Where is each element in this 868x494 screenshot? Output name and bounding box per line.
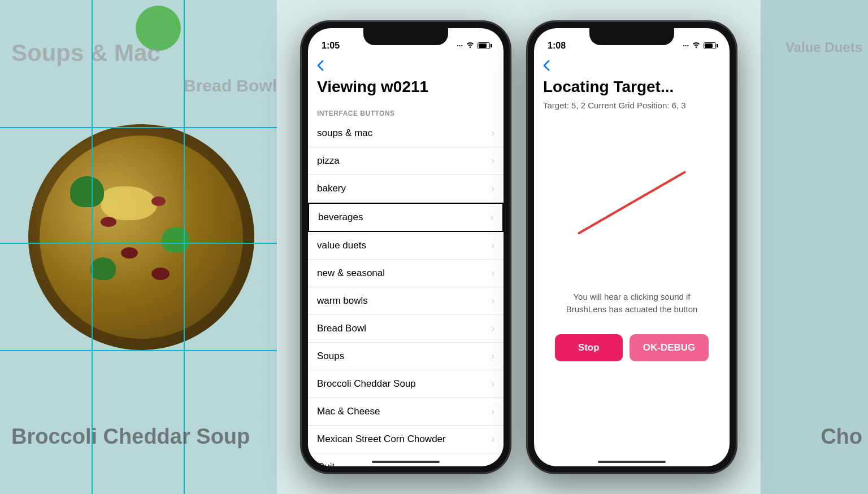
phone2-signal-dots: ··· bbox=[683, 41, 689, 50]
menu-item[interactable]: soups & mac › bbox=[308, 120, 504, 147]
menu-item-chevron: › bbox=[492, 241, 494, 251]
bg-bread-bowl-label: Bread Bowl bbox=[184, 76, 277, 95]
menu-item-text: Broccoli Cheddar Soup bbox=[317, 378, 416, 390]
bowl-inner bbox=[40, 135, 243, 339]
broccoli-2 bbox=[162, 227, 190, 252]
menu-item-chevron: › bbox=[492, 268, 494, 278]
menu-item[interactable]: Mexican Street Corn Chowder › bbox=[308, 426, 504, 453]
crosshair-h3 bbox=[0, 350, 277, 351]
menu-item-text: Mac & Cheese bbox=[317, 406, 380, 417]
phone1-status-icons: ··· bbox=[457, 41, 490, 50]
phone2-nav-bar bbox=[534, 55, 730, 78]
broccoli-1 bbox=[70, 176, 104, 207]
phone2-wrapper: 1:08 ··· bbox=[527, 21, 736, 473]
phone1-battery-icon bbox=[478, 42, 490, 49]
menu-item-chevron: › bbox=[492, 156, 494, 166]
menu-item[interactable]: warm bowls › bbox=[308, 287, 504, 315]
phone1-time: 1:05 bbox=[322, 41, 340, 51]
menu-item-chevron: › bbox=[492, 434, 494, 444]
menu-item-chevron: › bbox=[492, 296, 494, 306]
cheese-blob bbox=[101, 186, 157, 220]
phone1-signal-dots: ··· bbox=[457, 41, 463, 50]
phone2-time: 1:08 bbox=[548, 41, 566, 51]
phone2-battery-icon bbox=[704, 42, 716, 49]
menu-item-chevron: › bbox=[491, 212, 493, 222]
menu-item-chevron: › bbox=[492, 379, 494, 389]
background-left: Soups & Mac Bread Bowl Broccoli Cheddar … bbox=[0, 0, 277, 494]
phone2-back-button[interactable] bbox=[543, 60, 550, 71]
phone2-wifi-icon bbox=[692, 41, 701, 50]
phone1-content: Viewing w0211 INTERFACE BUTTONS soups & … bbox=[308, 78, 504, 466]
phone2-status-icons: ··· bbox=[683, 41, 716, 50]
phone1-notch bbox=[363, 28, 448, 45]
menu-item-text: Mexican Street Corn Chowder bbox=[317, 434, 446, 445]
menu-item-chevron: › bbox=[492, 323, 494, 334]
bg-broccoli-label: Broccoli Cheddar Soup bbox=[11, 425, 250, 449]
bg-cho-label: Cho bbox=[821, 425, 862, 449]
phone2-message: You will hear a clicking sound if BrushL… bbox=[534, 282, 730, 325]
menu-item-text: bakery bbox=[317, 183, 346, 194]
bean-4 bbox=[151, 196, 166, 206]
menu-item-chevron: › bbox=[492, 462, 494, 466]
menu-item-text: soups & mac bbox=[317, 128, 372, 139]
menu-item-chevron: › bbox=[492, 183, 494, 194]
menu-item-text: new & seasonal bbox=[317, 268, 385, 279]
ok-debug-button[interactable]: OK-DEBUG bbox=[630, 334, 709, 361]
menu-item[interactable]: Bread Bowl › bbox=[308, 315, 504, 343]
bg-value-duets-label: Value Duets bbox=[785, 40, 862, 55]
bean-3 bbox=[151, 268, 170, 280]
menu-item-text: beverages bbox=[318, 212, 363, 223]
crosshair-h1 bbox=[0, 127, 277, 128]
phone2-title: Locating Target... bbox=[534, 78, 730, 100]
stop-button[interactable]: Stop bbox=[555, 334, 623, 361]
menu-item[interactable]: beverages › bbox=[308, 203, 504, 232]
broccoli-3 bbox=[90, 257, 116, 280]
phone1-back-button[interactable] bbox=[317, 60, 324, 71]
phone1-frame: 1:05 ··· bbox=[301, 21, 510, 473]
phone2-notch bbox=[589, 28, 674, 45]
menu-item[interactable]: Soups › bbox=[308, 343, 504, 370]
phone1-wrapper: 1:05 ··· bbox=[301, 21, 510, 473]
bean-2 bbox=[101, 217, 116, 227]
phone1-screen: 1:05 ··· bbox=[308, 28, 504, 466]
phone2-home-indicator bbox=[598, 461, 666, 463]
phone1-section-header: INTERFACE BUTTONS bbox=[308, 105, 504, 120]
menu-item[interactable]: value duets › bbox=[308, 232, 504, 260]
phone2-content: Locating Target... Target: 5, 2 Current … bbox=[534, 78, 730, 466]
menu-item-text: Soups bbox=[317, 351, 344, 362]
crosshair-h2 bbox=[0, 243, 277, 244]
menu-item-text: Bread Bowl bbox=[317, 323, 366, 334]
menu-item[interactable]: Broccoli Cheddar Soup › bbox=[308, 370, 504, 398]
menu-item[interactable]: bakery › bbox=[308, 175, 504, 203]
background-right: Value Duets Cho bbox=[755, 0, 868, 494]
bg-soups-mac-label: Soups & Mac bbox=[11, 40, 160, 67]
diagonal-line bbox=[578, 171, 687, 234]
crosshair-v1 bbox=[92, 0, 93, 494]
menu-item-text: pizza bbox=[317, 155, 340, 167]
phone1-menu-list: soups & mac › pizza › bakery › beverages… bbox=[308, 120, 504, 466]
phone1-home-indicator bbox=[372, 461, 440, 463]
menu-item-chevron: › bbox=[492, 406, 494, 417]
menu-item-text: warm bowls bbox=[317, 295, 368, 307]
menu-item[interactable]: new & seasonal › bbox=[308, 260, 504, 287]
menu-item-text: value duets bbox=[317, 240, 366, 251]
menu-item-chevron: › bbox=[492, 351, 494, 361]
phone2-message-line1: You will hear a clicking sound if bbox=[573, 292, 690, 301]
phone2-message-line2: BrushLens has actuated the button bbox=[566, 304, 698, 314]
menu-item[interactable]: pizza › bbox=[308, 147, 504, 175]
crosshair-v2 bbox=[184, 0, 185, 494]
phone1-nav-bar bbox=[308, 55, 504, 78]
bg-bowl bbox=[28, 124, 254, 350]
phones-container: 1:05 ··· bbox=[277, 0, 761, 494]
menu-item-text: Quit bbox=[317, 461, 335, 466]
phone1-wifi-icon bbox=[466, 41, 475, 50]
button-row: Stop OK-DEBUG bbox=[534, 325, 730, 370]
bean-1 bbox=[121, 247, 138, 259]
phone2-screen: 1:08 ··· bbox=[534, 28, 730, 466]
menu-item[interactable]: Mac & Cheese › bbox=[308, 398, 504, 426]
menu-item-chevron: › bbox=[492, 128, 494, 138]
menu-item[interactable]: Quit › bbox=[308, 453, 504, 466]
phone2-subtitle: Target: 5, 2 Current Grid Position: 6, 3 bbox=[534, 100, 730, 124]
diagonal-indicator bbox=[551, 146, 713, 259]
phone1-page-title: Viewing w0211 bbox=[308, 78, 504, 105]
